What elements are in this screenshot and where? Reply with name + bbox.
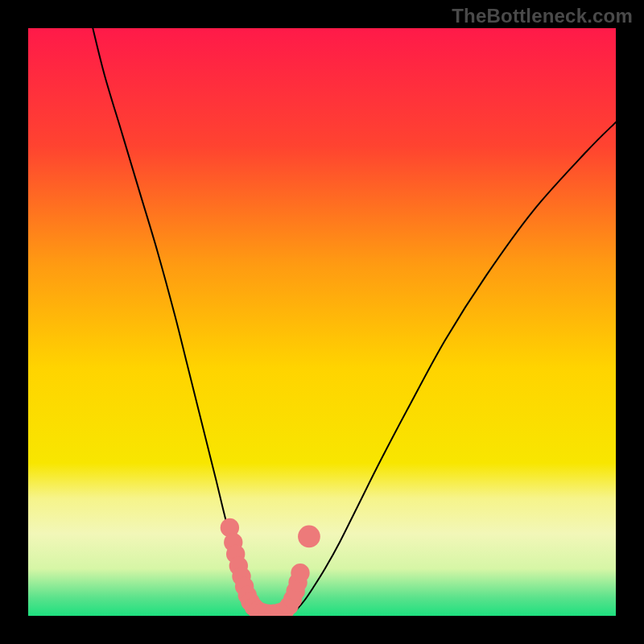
valley-marker (298, 526, 320, 548)
bottleneck-chart (0, 0, 644, 644)
chart-stage: TheBottleneck.com (0, 0, 644, 644)
valley-marker (291, 564, 309, 582)
